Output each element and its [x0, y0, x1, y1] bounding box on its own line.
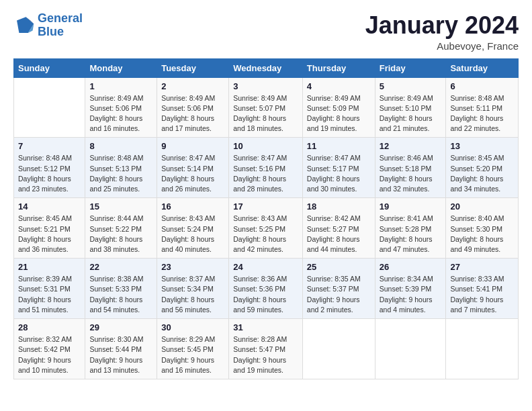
day-number: 10: [233, 141, 298, 151]
calendar-cell: [375, 319, 446, 379]
calendar-cell: 29Sunrise: 8:30 AMSunset: 5:44 PMDayligh…: [85, 319, 157, 379]
day-info: Sunrise: 8:47 AMSunset: 5:17 PMDaylight:…: [307, 153, 371, 194]
day-info: Sunrise: 8:29 AMSunset: 5:45 PMDaylight:…: [161, 334, 224, 375]
calendar-cell: 5Sunrise: 8:49 AMSunset: 5:10 PMDaylight…: [375, 77, 446, 138]
calendar-cell: 13Sunrise: 8:45 AMSunset: 5:20 PMDayligh…: [446, 138, 519, 198]
calendar-cell: 7Sunrise: 8:48 AMSunset: 5:12 PMDaylight…: [14, 138, 85, 198]
day-info: Sunrise: 8:47 AMSunset: 5:16 PMDaylight:…: [233, 153, 298, 194]
calendar-table: SundayMondayTuesdayWednesdayThursdayFrid…: [13, 58, 519, 379]
calendar-cell: 16Sunrise: 8:43 AMSunset: 5:24 PMDayligh…: [157, 198, 229, 259]
calendar-cell: 18Sunrise: 8:42 AMSunset: 5:27 PMDayligh…: [302, 198, 375, 259]
calendar-cell: 17Sunrise: 8:43 AMSunset: 5:25 PMDayligh…: [229, 198, 303, 259]
calendar-body: 1Sunrise: 8:49 AMSunset: 5:06 PMDaylight…: [14, 77, 519, 379]
calendar-cell: 23Sunrise: 8:37 AMSunset: 5:34 PMDayligh…: [157, 259, 229, 319]
day-info: Sunrise: 8:28 AMSunset: 5:47 PMDaylight:…: [233, 334, 298, 375]
day-info: Sunrise: 8:41 AMSunset: 5:28 PMDaylight:…: [380, 214, 442, 255]
page: General Blue January 2024 Aubevoye, Fran…: [0, 0, 532, 411]
day-number: 9: [161, 141, 224, 151]
day-number: 2: [161, 81, 224, 91]
day-info: Sunrise: 8:45 AMSunset: 5:20 PMDaylight:…: [450, 153, 514, 194]
weekday-header: Monday: [85, 58, 157, 77]
day-number: 1: [89, 81, 152, 91]
day-info: Sunrise: 8:49 AMSunset: 5:06 PMDaylight:…: [89, 93, 152, 134]
calendar-week-row: 1Sunrise: 8:49 AMSunset: 5:06 PMDaylight…: [14, 77, 519, 138]
calendar-cell: 24Sunrise: 8:36 AMSunset: 5:36 PMDayligh…: [229, 259, 303, 319]
day-info: Sunrise: 8:47 AMSunset: 5:14 PMDaylight:…: [161, 153, 224, 194]
logo-blue: Blue: [38, 25, 64, 38]
calendar-week-row: 14Sunrise: 8:45 AMSunset: 5:21 PMDayligh…: [14, 198, 519, 259]
day-info: Sunrise: 8:44 AMSunset: 5:22 PMDaylight:…: [89, 214, 152, 255]
calendar-cell: 20Sunrise: 8:40 AMSunset: 5:30 PMDayligh…: [446, 198, 519, 259]
day-number: 11: [307, 141, 371, 151]
day-number: 23: [161, 262, 224, 272]
logo-text: General Blue: [38, 12, 83, 39]
logo-icon: [13, 15, 35, 36]
day-info: Sunrise: 8:49 AMSunset: 5:09 PMDaylight:…: [307, 93, 371, 134]
day-info: Sunrise: 8:49 AMSunset: 5:07 PMDaylight:…: [233, 93, 298, 134]
day-info: Sunrise: 8:48 AMSunset: 5:11 PMDaylight:…: [450, 93, 514, 134]
calendar-cell: 27Sunrise: 8:33 AMSunset: 5:41 PMDayligh…: [446, 259, 519, 319]
calendar-cell: 31Sunrise: 8:28 AMSunset: 5:47 PMDayligh…: [229, 319, 303, 379]
day-number: 15: [89, 201, 152, 212]
day-info: Sunrise: 8:49 AMSunset: 5:06 PMDaylight:…: [161, 93, 224, 134]
day-number: 7: [18, 141, 81, 151]
calendar-week-row: 28Sunrise: 8:32 AMSunset: 5:42 PMDayligh…: [14, 319, 519, 379]
day-info: Sunrise: 8:45 AMSunset: 5:21 PMDaylight:…: [18, 214, 81, 255]
calendar-cell: [446, 319, 519, 379]
calendar-week-row: 7Sunrise: 8:48 AMSunset: 5:12 PMDaylight…: [14, 138, 519, 198]
day-number: 30: [161, 322, 224, 332]
day-number: 3: [233, 81, 298, 91]
logo-general: General: [38, 11, 83, 25]
day-info: Sunrise: 8:37 AMSunset: 5:34 PMDaylight:…: [161, 274, 224, 315]
day-info: Sunrise: 8:33 AMSunset: 5:41 PMDaylight:…: [450, 274, 514, 315]
calendar-cell: 9Sunrise: 8:47 AMSunset: 5:14 PMDaylight…: [157, 138, 229, 198]
day-number: 8: [89, 141, 152, 151]
day-info: Sunrise: 8:46 AMSunset: 5:18 PMDaylight:…: [380, 153, 442, 194]
weekday-row: SundayMondayTuesdayWednesdayThursdayFrid…: [14, 58, 519, 77]
calendar-cell: 12Sunrise: 8:46 AMSunset: 5:18 PMDayligh…: [375, 138, 446, 198]
logo: General Blue: [13, 12, 83, 39]
location: Aubevoye, France: [365, 40, 519, 52]
month-title: January 2024: [365, 12, 519, 39]
day-number: 29: [89, 322, 152, 332]
day-number: 5: [380, 81, 442, 91]
day-info: Sunrise: 8:38 AMSunset: 5:33 PMDaylight:…: [89, 274, 152, 315]
calendar-cell: 6Sunrise: 8:48 AMSunset: 5:11 PMDaylight…: [446, 77, 519, 138]
day-info: Sunrise: 8:49 AMSunset: 5:10 PMDaylight:…: [380, 93, 442, 134]
calendar-cell: 2Sunrise: 8:49 AMSunset: 5:06 PMDaylight…: [157, 77, 229, 138]
day-number: 17: [233, 201, 298, 212]
day-number: 20: [450, 201, 514, 212]
day-info: Sunrise: 8:34 AMSunset: 5:39 PMDaylight:…: [380, 274, 442, 315]
day-number: 24: [233, 262, 298, 272]
day-info: Sunrise: 8:35 AMSunset: 5:37 PMDaylight:…: [307, 274, 371, 315]
day-number: 14: [18, 201, 81, 212]
day-info: Sunrise: 8:48 AMSunset: 5:12 PMDaylight:…: [18, 153, 81, 194]
calendar-cell: 14Sunrise: 8:45 AMSunset: 5:21 PMDayligh…: [14, 198, 85, 259]
day-number: 16: [161, 201, 224, 212]
calendar-cell: 25Sunrise: 8:35 AMSunset: 5:37 PMDayligh…: [302, 259, 375, 319]
calendar-cell: [302, 319, 375, 379]
calendar-cell: 21Sunrise: 8:39 AMSunset: 5:31 PMDayligh…: [14, 259, 85, 319]
weekday-header: Saturday: [446, 58, 519, 77]
calendar-cell: 19Sunrise: 8:41 AMSunset: 5:28 PMDayligh…: [375, 198, 446, 259]
weekday-header: Thursday: [302, 58, 375, 77]
calendar-cell: 26Sunrise: 8:34 AMSunset: 5:39 PMDayligh…: [375, 259, 446, 319]
day-number: 22: [89, 262, 152, 272]
day-info: Sunrise: 8:39 AMSunset: 5:31 PMDaylight:…: [18, 274, 81, 315]
weekday-header: Tuesday: [157, 58, 229, 77]
day-number: 6: [450, 81, 514, 91]
weekday-header: Sunday: [14, 58, 85, 77]
calendar-cell: 15Sunrise: 8:44 AMSunset: 5:22 PMDayligh…: [85, 198, 157, 259]
day-info: Sunrise: 8:30 AMSunset: 5:44 PMDaylight:…: [89, 334, 152, 375]
calendar-cell: 10Sunrise: 8:47 AMSunset: 5:16 PMDayligh…: [229, 138, 303, 198]
header: General Blue January 2024 Aubevoye, Fran…: [13, 12, 519, 52]
weekday-header: Wednesday: [229, 58, 303, 77]
day-number: 19: [380, 201, 442, 212]
calendar-cell: 1Sunrise: 8:49 AMSunset: 5:06 PMDaylight…: [85, 77, 157, 138]
calendar-cell: 30Sunrise: 8:29 AMSunset: 5:45 PMDayligh…: [157, 319, 229, 379]
calendar-cell: 3Sunrise: 8:49 AMSunset: 5:07 PMDaylight…: [229, 77, 303, 138]
calendar-cell: [14, 77, 85, 138]
day-info: Sunrise: 8:43 AMSunset: 5:25 PMDaylight:…: [233, 214, 298, 255]
calendar-cell: 22Sunrise: 8:38 AMSunset: 5:33 PMDayligh…: [85, 259, 157, 319]
calendar-cell: 4Sunrise: 8:49 AMSunset: 5:09 PMDaylight…: [302, 77, 375, 138]
